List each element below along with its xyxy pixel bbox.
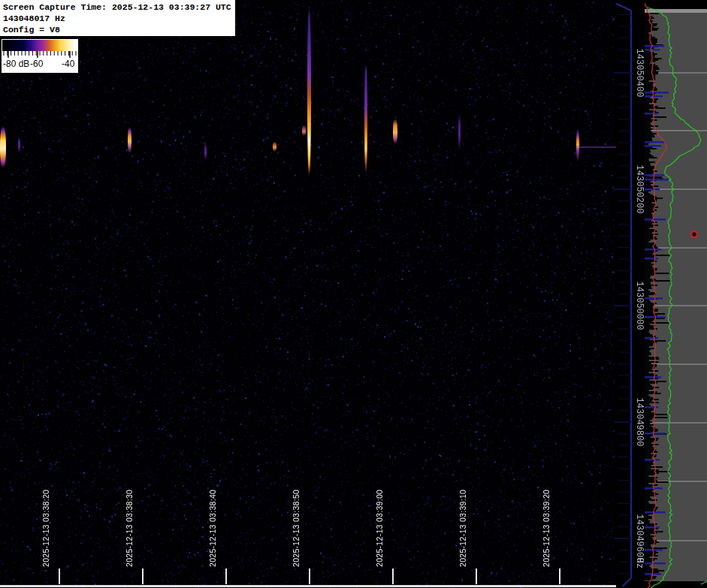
- signal-bar: [645, 573, 661, 575]
- window-bottom-border: [0, 585, 616, 587]
- frequency-label: 143050200: [634, 165, 645, 214]
- signal-bar: [645, 219, 666, 221]
- signal-bar: [645, 141, 666, 143]
- capture-frequency-text: 143048017 Hz: [3, 13, 235, 24]
- intensity-colorbar: -80 dB -60 -40: [2, 39, 78, 73]
- signal-bar: [645, 113, 658, 115]
- frequency-label: 143049800: [634, 398, 645, 447]
- signal-bar: [645, 406, 658, 409]
- signal-bar: [645, 297, 663, 300]
- time-label: 2025-12-13 03:38:20: [41, 490, 50, 567]
- time-label: 2025-12-13 03:39:00: [375, 490, 384, 567]
- signal-bar: [645, 549, 663, 551]
- colorbar-label-max: -40: [62, 59, 74, 69]
- spectrum-marker-dot: [691, 231, 697, 237]
- time-tick: [309, 568, 310, 584]
- time-label: 2025-12-13 03:38:30: [125, 490, 134, 567]
- spectrum-capture-window: 2025-12-13 03:38:202025-12-13 03:38:3020…: [0, 0, 707, 588]
- signal-bar: [645, 179, 669, 181]
- time-label: 2025-12-13 03:38:50: [292, 490, 301, 567]
- time-tick: [59, 568, 60, 584]
- signal-bar: [645, 145, 661, 147]
- colorbar-gradient: [2, 40, 77, 51]
- signal-bar: [645, 562, 666, 565]
- time-label: 2025-12-13 03:38:40: [208, 490, 217, 567]
- signal-bar: [645, 337, 658, 339]
- colorbar-label-min: -80 dB: [3, 59, 29, 69]
- signal-bar: [645, 188, 660, 191]
- capture-info-box: Screen Capture Time: 2025-12-13 03:39:27…: [0, 0, 235, 36]
- frequency-label: 143049600: [634, 514, 645, 563]
- time-tick: [392, 568, 394, 584]
- frequency-label: 143050000: [634, 282, 645, 330]
- capture-time-text: Screen Capture Time: 2025-12-13 03:39:27…: [3, 2, 235, 13]
- time-tick: [559, 568, 560, 584]
- signal-bar: [645, 95, 663, 98]
- capture-config-text: Config = V8: [3, 24, 235, 35]
- signal-bar: [645, 249, 661, 251]
- time-label: 2025-12-13 03:39:10: [458, 490, 467, 567]
- time-axis-labels: 2025-12-13 03:38:202025-12-13 03:38:3020…: [0, 0, 616, 588]
- signal-bar: [645, 49, 660, 51]
- signal-bar: [645, 376, 661, 378]
- time-tick: [476, 568, 477, 584]
- signal-bar: [645, 526, 660, 529]
- time-tick: [225, 568, 227, 584]
- signal-bar: [645, 258, 658, 260]
- signal-bar: [645, 92, 669, 94]
- colorbar-scale-labels: -80 dB -60 -40: [2, 58, 78, 71]
- frequency-label: 143050400: [634, 49, 645, 98]
- signal-bar: [645, 511, 666, 514]
- colorbar-label-mid: -60: [30, 59, 43, 69]
- spectrum-panel: [645, 0, 707, 588]
- signal-bar: [645, 433, 666, 435]
- signal-bar: [645, 45, 664, 47]
- frequency-unit-label: Hz: [634, 558, 645, 568]
- time-tick: [142, 568, 144, 584]
- time-label: 2025-12-13 03:39:20: [542, 490, 551, 567]
- signal-bar: [645, 459, 660, 461]
